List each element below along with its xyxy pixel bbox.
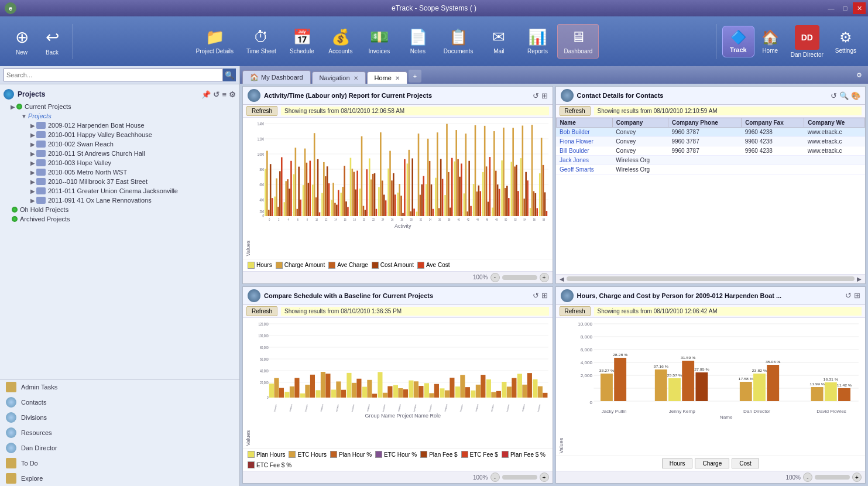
svg-rect-70 (352, 169, 354, 216)
list-icon[interactable]: ≡ (222, 90, 227, 99)
refresh-circle-icon[interactable]: ↺ (533, 91, 539, 100)
toolbar-accounts[interactable]: 💰 Accounts (322, 25, 359, 58)
table-row[interactable]: Fiona Flower Convey 9960 3787 9960 4238 … (556, 137, 865, 146)
maximize-button[interactable]: □ (839, 2, 852, 14)
toolbar-invoices[interactable]: 💵 Invoices (361, 25, 398, 58)
archived-projects[interactable]: Archived Projects (0, 214, 239, 224)
cost-tab[interactable]: Cost (732, 458, 759, 468)
zoom-in-button[interactable]: + (852, 473, 862, 482)
project-2010-011[interactable]: ▶ 2010-011 St Andrews Church Hall (0, 149, 239, 158)
minimize-button[interactable]: — (825, 2, 838, 14)
toolbar-time-sheet[interactable]: ⏱ Time Sheet (241, 25, 282, 58)
project-2010-010[interactable]: ▶ 2010--010 Millbrook 37 East Street (0, 177, 239, 186)
zoom-out-button[interactable]: - (803, 473, 812, 482)
toolbar-schedule[interactable]: 📅 Schedule (283, 25, 321, 58)
refresh-icon[interactable]: ↺ (213, 90, 219, 99)
zoom-in-button[interactable]: + (540, 473, 549, 482)
grid-icon[interactable]: ⊞ (854, 291, 860, 300)
refresh-circle-icon[interactable]: ↺ (845, 291, 852, 300)
x-axis-label: Activity (253, 223, 553, 230)
dan-director-item[interactable]: Dan Director (0, 440, 239, 456)
projects-sub-item[interactable]: ▼ Projects (0, 111, 239, 121)
horizontal-scrollbar[interactable] (567, 276, 855, 281)
refresh-circle-icon[interactable]: ↺ (533, 291, 539, 300)
project-2009-012[interactable]: ▶ 2009-012 Harpenden Boat House (0, 121, 239, 130)
toolbar-mail[interactable]: ✉ Mail (480, 25, 517, 58)
table-row[interactable]: Jack Jones Wireless Org (556, 156, 865, 165)
resources-item[interactable]: Resources (0, 425, 239, 440)
close-button[interactable]: ✕ (853, 2, 866, 14)
project-2010-001[interactable]: ▶ 2010-001 Happy Valley Beachhouse (0, 130, 239, 139)
toolbar-dashboard[interactable]: 🖥 Dashboard (557, 24, 599, 59)
svg-rect-90 (383, 194, 385, 216)
color-icon[interactable]: 🎨 (851, 91, 860, 100)
zoom-percentage: 100% (473, 474, 488, 481)
nav-left-icon[interactable]: ◀ (560, 276, 564, 282)
todo-item[interactable]: To Do (0, 456, 239, 471)
tab-close-icon[interactable]: ✕ (354, 75, 358, 81)
project-2010-005[interactable]: ▶ 2010-005 Metro North WST (0, 167, 239, 177)
svg-rect-223 (325, 374, 330, 398)
zoom-slider[interactable] (502, 475, 537, 480)
track-button[interactable]: 🔷 Track (722, 26, 754, 57)
project-2010-003[interactable]: ▶ 2010-003 Hope Valley (0, 158, 239, 167)
zoom-out-button[interactable]: - (490, 273, 500, 282)
svg-rect-126 (440, 159, 442, 216)
table-row[interactable]: Geoff Smarts Wireless Org (556, 165, 865, 174)
back-button[interactable]: ↩ Back (37, 25, 67, 58)
zoom-out-button[interactable]: - (490, 473, 500, 482)
current-projects-item[interactable]: ▶ Current Projects (0, 102, 239, 111)
hours-tab[interactable]: Hours (662, 458, 693, 468)
gear-icon[interactable]: ⚙ (229, 90, 236, 99)
project-2011-011[interactable]: ▶ 2011-011 Greater Union Cinema Jacksonv… (0, 186, 239, 196)
on-hold-projects[interactable]: Oh Hold Projects (0, 205, 239, 214)
project-2011-091[interactable]: ▶ 2011-091 41 Ox Lane Rennovations (0, 196, 239, 205)
toolbar-notes[interactable]: 📄 Notes (399, 25, 437, 58)
svg-text:33.27 %: 33.27 % (599, 368, 614, 372)
home-button[interactable]: 🏠 Home (757, 26, 784, 57)
svg-rect-156 (488, 202, 489, 216)
svg-text:16: 16 (344, 217, 346, 221)
toolbar-documents[interactable]: 📋 Documents (438, 25, 479, 58)
toolbar-reports[interactable]: 📊 Reports (519, 25, 556, 58)
refresh-circle-icon[interactable]: ↺ (831, 91, 837, 100)
nav-right-icon[interactable]: ▶ (857, 276, 862, 282)
contacts-refresh-button[interactable]: Refresh (560, 106, 591, 116)
tab-close-icon[interactable]: ✕ (395, 75, 400, 81)
project-label: 2011-011 Greater Union Cinema Jacksonvil… (48, 187, 178, 194)
activity-refresh-button[interactable]: Refresh (246, 106, 277, 116)
new-button[interactable]: ⊕ New (7, 25, 36, 58)
contact-fax (742, 156, 804, 165)
tab-home[interactable]: Home ✕ (367, 71, 407, 84)
grid-icon[interactable]: ⊞ (541, 91, 548, 100)
tab-settings-icon[interactable]: ⚙ (853, 69, 866, 81)
sidebar-bottom: Admin Tasks Contacts Divisions Resources… (0, 379, 239, 486)
svg-text:Jacky Pullin: Jacky Pullin (601, 409, 626, 413)
zoom-in-button[interactable]: + (540, 273, 549, 282)
tab-my-dashboard[interactable]: 🏠 My Dashboard (242, 70, 311, 84)
user-button[interactable]: DD Dan Director (786, 22, 828, 61)
search-button[interactable]: 🔍 (223, 69, 236, 81)
explore-item[interactable]: Explore (0, 471, 239, 486)
schedule-refresh-button[interactable]: Refresh (246, 306, 277, 316)
project-2010-002[interactable]: ▶ 2010-002 Swan Reach (0, 139, 239, 149)
settings-button[interactable]: ⚙ Settings (831, 26, 861, 57)
pin-icon[interactable]: 📌 (201, 90, 211, 99)
admin-tasks-item[interactable]: Admin Tasks (0, 379, 239, 395)
search-icon[interactable]: 🔍 (839, 91, 849, 100)
person-hours-refresh-button[interactable]: Refresh (560, 306, 591, 316)
legend-charge-amount: Charge Amount (276, 262, 325, 269)
charge-tab[interactable]: Charge (695, 458, 729, 468)
grid-icon[interactable]: ⊞ (541, 291, 548, 300)
divisions-item[interactable]: Divisions (0, 410, 239, 425)
svg-text:1,200: 1,200 (258, 137, 265, 141)
tab-navigation[interactable]: Navigation ✕ (312, 71, 366, 84)
table-row[interactable]: Bill Boulder Convey 9960 3787 9960 4238 … (556, 146, 865, 156)
table-row[interactable]: Bob Builder Convey 9960 3787 9960 4238 w… (556, 128, 865, 137)
zoom-slider[interactable] (502, 275, 537, 280)
contacts-item[interactable]: Contacts (0, 395, 239, 410)
tab-add-button[interactable]: + (409, 70, 421, 83)
toolbar-project-details[interactable]: 📁 Project Details (190, 25, 239, 58)
search-input[interactable] (4, 69, 223, 81)
zoom-slider[interactable] (815, 475, 850, 480)
